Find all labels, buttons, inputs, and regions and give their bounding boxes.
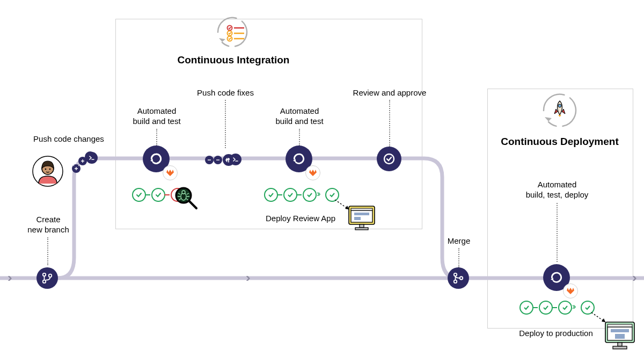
dotted-connector: [458, 248, 459, 267]
svg-point-10: [43, 273, 46, 276]
pipeline-connector: [277, 194, 282, 195]
pipeline-pass-icon: [558, 301, 572, 315]
svg-point-42: [454, 280, 457, 283]
svg-point-41: [454, 273, 457, 276]
pipeline-pass-icon: [132, 188, 146, 202]
gitlab-badge-icon: [305, 165, 320, 180]
push-changes-label: Push code changes: [26, 134, 112, 144]
svg-point-24: [182, 191, 185, 194]
svg-rect-52: [618, 343, 622, 346]
ci-build-test-1-label: Automated build and test: [125, 106, 189, 127]
pipeline-deploy-chevron-icon: ››: [572, 302, 575, 311]
dotted-connector: [47, 237, 48, 265]
git-branch-icon: [41, 272, 53, 284]
merge-node: [448, 267, 469, 289]
cycle-icon: [149, 152, 163, 166]
push-fixes-label: Push code fixes: [188, 88, 263, 98]
pipeline-connector: [552, 307, 557, 308]
pipeline-pass-icon: [264, 188, 278, 202]
svg-line-26: [189, 201, 196, 208]
cycle-icon: [550, 271, 564, 285]
pipeline-pass-icon: [151, 188, 165, 202]
git-merge-icon: [452, 272, 464, 284]
approve-node: [377, 147, 401, 171]
svg-point-15: [45, 169, 47, 170]
production-computer-icon: [602, 320, 638, 353]
deploy-review-label: Deploy Review App: [258, 214, 343, 224]
svg-rect-50: [611, 329, 629, 332]
cd-build-test-deploy-label: Automated build, test, deploy: [514, 180, 600, 200]
gitlab-badge-icon: [563, 283, 578, 298]
pipeline-connector: [164, 194, 170, 195]
svg-point-11: [43, 280, 46, 283]
bug-magnifier-icon: [173, 185, 200, 214]
svg-rect-34: [351, 210, 372, 222]
pipeline-deploy-chevron-icon: ››: [317, 189, 319, 199]
pipeline-pass-icon: [539, 301, 553, 315]
merge-label: Merge: [443, 236, 475, 246]
pipeline-connector: [296, 194, 302, 195]
diagram-canvas: Continuous Integration Continuous Deploy…: [0, 0, 644, 357]
pipeline-connector: [532, 307, 538, 308]
ci-build-test-2-label: Automated build and test: [267, 106, 332, 127]
dotted-connector: [389, 100, 390, 147]
pipeline-pass-icon: [519, 301, 533, 315]
cycle-icon: [292, 152, 306, 166]
svg-rect-38: [360, 224, 364, 228]
svg-rect-35: [351, 208, 372, 210]
dotted-connector: [225, 100, 226, 148]
svg-rect-39: [355, 228, 368, 230]
flow-chevron-icon: ››: [8, 271, 9, 285]
svg-point-43: [460, 276, 463, 280]
review-approve-label: Review and approve: [347, 88, 433, 98]
svg-rect-51: [615, 334, 625, 339]
dotted-connector: [557, 203, 558, 262]
create-branch-label: Create new branch: [21, 215, 75, 235]
flow-chevron-icon: ››: [632, 271, 634, 285]
pipeline-pass-icon: [303, 188, 317, 202]
flow-chevron-icon: ››: [246, 271, 247, 285]
review-app-computer-icon: [346, 204, 378, 234]
branch-node: [36, 267, 58, 289]
terminal-icon: [86, 152, 98, 164]
user-avatar: [32, 156, 63, 189]
svg-rect-53: [613, 346, 627, 349]
svg-rect-36: [354, 213, 369, 215]
svg-rect-49: [608, 324, 632, 327]
svg-point-12: [49, 274, 52, 278]
terminal-icon: [230, 154, 241, 165]
deploy-prod-label: Deploy to production: [508, 329, 604, 339]
dotted-connector: [299, 129, 300, 146]
gitlab-badge-icon: [163, 165, 178, 180]
approve-check-icon: [383, 152, 396, 165]
svg-point-16: [49, 169, 51, 170]
pipeline-pass-icon: [283, 188, 297, 202]
pipeline-connector: [145, 194, 150, 195]
dotted-connector: [156, 129, 157, 146]
svg-rect-37: [354, 217, 361, 220]
